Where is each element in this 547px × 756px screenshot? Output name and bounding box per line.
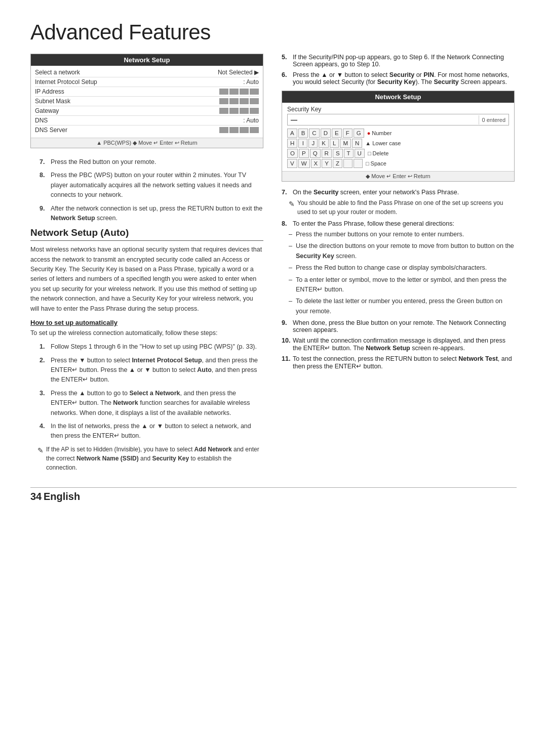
network-row-dns-server: DNS Server: [35, 125, 259, 135]
kb-key-n[interactable]: N: [352, 139, 362, 148]
kb-row-ou: O P Q R S T U □ Delete: [287, 149, 509, 158]
space-icon: □: [366, 160, 369, 166]
kb-key-v[interactable]: V: [287, 159, 297, 168]
kb-key-r[interactable]: R: [322, 149, 332, 158]
step-7-text: Press the Red button on your remote.: [51, 157, 156, 167]
kb-label-space-text: Space: [371, 160, 386, 166]
subnet-blocks: [219, 98, 259, 104]
kb-keys-hn: H I J K L M N: [287, 139, 362, 148]
kb-label-number: ● Number: [367, 130, 392, 136]
left-step-4: 4. In the list of networks, press the ▲ …: [40, 422, 263, 441]
step-9-item: 9. After the network connection is set u…: [40, 204, 263, 224]
left-column: Network Setup Select a network Not Selec…: [30, 54, 263, 472]
network-row-label-dns: DNS: [35, 117, 48, 124]
left-step-2-num: 2.: [40, 356, 48, 385]
network-row-label-select: Select a network: [35, 69, 80, 76]
pre-steps-list: 7. Press the Red button on your remote. …: [40, 157, 263, 223]
kb-key-e[interactable]: E: [332, 129, 342, 138]
kb-label-lowercase-text: Lower case: [372, 140, 401, 146]
kb-key-h[interactable]: H: [287, 139, 297, 148]
kb-key-p[interactable]: P: [299, 149, 309, 158]
security-cursor: —: [288, 114, 479, 125]
kb-key-k[interactable]: K: [319, 139, 329, 148]
network-row-label-protocol: Internet Protocol Setup: [35, 78, 97, 86]
network-row-value-gateway: [219, 108, 259, 114]
kb-key-j[interactable]: J: [308, 139, 318, 148]
right-step-7-text: On the Security screen, enter your netwo…: [293, 189, 459, 196]
dash-item-4: To a enter letter or symbol, move to the…: [289, 275, 515, 295]
left-step-4-text: In the list of networks, press the ▲ or …: [51, 422, 263, 441]
network-row-value-subnet: [219, 98, 259, 104]
page-number-bar: 34 English: [30, 487, 517, 502]
kb-key-d[interactable]: D: [321, 129, 331, 138]
kb-key-g[interactable]: G: [354, 129, 364, 138]
right-column: 5. If the Security/PIN pop-up appears, g…: [282, 54, 515, 472]
right-step-11: 11. To test the connection, press the RE…: [282, 355, 515, 370]
kb-row-hn: H I J K L M N ▲ Lower case: [287, 139, 509, 148]
network-row-select: Select a network Not Selected ▶: [35, 68, 259, 77]
left-step-3-num: 3.: [40, 389, 48, 418]
subsection-heading: How to set up automatically: [30, 319, 263, 326]
step-9-text: After the network connection is set up, …: [51, 204, 263, 224]
kb-key-s[interactable]: S: [333, 149, 343, 158]
security-box-header: Network Setup: [282, 91, 514, 103]
kb-key-f[interactable]: F: [343, 129, 353, 138]
dash-item-5: To delete the last letter or number you …: [289, 297, 515, 316]
kb-key-m[interactable]: M: [340, 139, 351, 148]
kb-key-b[interactable]: B: [298, 129, 308, 138]
left-step-2: 2. Press the ▼ button to select Internet…: [40, 356, 263, 385]
dash-item-1: Press the number buttons on your remote …: [289, 230, 515, 239]
right-step-9-text: When done, press the Blue button on your…: [293, 319, 515, 333]
network-setup-box: Network Setup Select a network Not Selec…: [30, 54, 263, 148]
kb-key-blank2[interactable]: [354, 159, 363, 168]
pixel-block: [219, 89, 228, 95]
pixel-block: [229, 89, 239, 95]
step-4-note: ✎ If the AP is set to Hidden (Invisible)…: [37, 445, 263, 472]
kb-label-number-text: Number: [372, 130, 392, 136]
right-step-11-num: 11.: [282, 355, 290, 370]
kb-key-l[interactable]: L: [330, 139, 339, 148]
kb-key-y[interactable]: Y: [322, 159, 332, 168]
right-step-7: 7. On the Security screen, enter your ne…: [282, 189, 515, 196]
pixel-block: [219, 108, 228, 114]
kb-key-a[interactable]: A: [287, 129, 297, 138]
kb-key-t[interactable]: T: [344, 149, 354, 158]
kb-key-c[interactable]: C: [309, 129, 319, 138]
security-setup-box: Network Setup Security Key — 0 entered A…: [282, 91, 515, 182]
right-step-6-text: Press the ▲ or ▼ button to select Securi…: [293, 71, 515, 86]
kb-key-x[interactable]: X: [311, 159, 321, 168]
step-7-num: 7.: [40, 157, 48, 167]
security-box-footer: ◆ Move ↵ Enter ↩ Return: [282, 171, 514, 181]
right-step-10-text: Wait until the connection confirmation m…: [293, 337, 515, 352]
dash-item-2: Use the direction buttons on your remote…: [289, 241, 515, 261]
right-step-6-num: 6.: [282, 71, 290, 86]
kb-label-lowercase: ▲ Lower case: [365, 140, 401, 146]
kb-key-u[interactable]: U: [355, 149, 365, 158]
step-9-num: 9.: [40, 204, 48, 224]
pixel-block: [240, 127, 249, 133]
security-box-body: Security Key — 0 entered A B C D E F G: [282, 103, 514, 171]
page-number-label: English: [44, 491, 80, 502]
network-row-protocol: Internet Protocol Setup : Auto: [35, 77, 259, 87]
pixel-block: [219, 127, 228, 133]
right-step-8-num: 8.: [282, 220, 290, 227]
step-7-note-text: You should be able to find the Pass Phra…: [297, 198, 515, 217]
right-step-11-text: To test the connection, press the RETURN…: [293, 355, 515, 370]
kb-key-i[interactable]: I: [298, 139, 307, 148]
gateway-blocks: [219, 108, 259, 114]
right-step-8: 8. To enter the Pass Phrase, follow thes…: [282, 220, 515, 227]
right-step-10: 10. Wait until the connection confirmati…: [282, 337, 515, 352]
kb-key-z[interactable]: Z: [333, 159, 342, 168]
right-step-10-num: 10.: [282, 337, 290, 352]
kb-key-blank1[interactable]: [343, 159, 353, 168]
right-step-9-num: 9.: [282, 319, 290, 333]
kb-keys-ou: O P Q R S T U: [287, 149, 365, 158]
kb-key-q[interactable]: Q: [310, 149, 321, 158]
kb-key-w[interactable]: W: [298, 159, 310, 168]
security-key-label: Security Key: [287, 106, 509, 113]
kb-key-o[interactable]: O: [287, 149, 298, 158]
ip-blocks: [219, 89, 259, 95]
kb-label-delete-text: Delete: [373, 150, 389, 156]
network-row-label-subnet: Subnet Mask: [35, 98, 70, 105]
page-number: 34: [30, 491, 42, 502]
